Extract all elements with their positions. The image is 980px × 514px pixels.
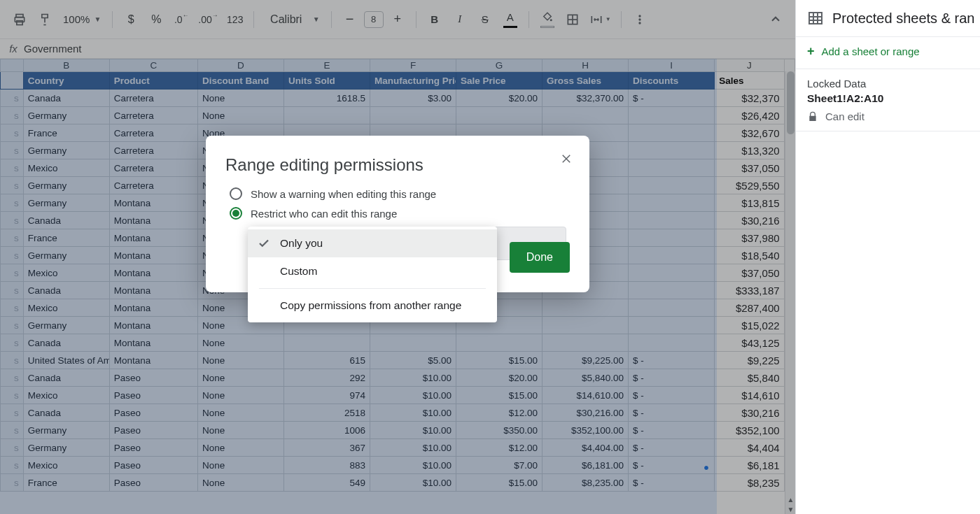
- panel-title: Protected sheets & ran: [796, 7, 980, 36]
- option-show-warning[interactable]: Show a warning when editing this range: [225, 187, 570, 200]
- close-button[interactable]: [560, 152, 573, 165]
- radio-checked-icon: [230, 207, 242, 220]
- menu-separator: [259, 288, 486, 289]
- dialog-title: Range editing permissions: [225, 155, 570, 175]
- protected-range-name: Locked Data: [807, 78, 969, 90]
- protected-sheets-panel: Protected sheets & ran + Add a sheet or …: [795, 0, 980, 514]
- radio-icon: [230, 187, 242, 200]
- menu-item-only-you[interactable]: Only you: [248, 229, 497, 257]
- permission-select-menu: Only you Custom Copy permissions from an…: [248, 227, 497, 322]
- option-restrict-editors[interactable]: Restrict who can edit this range: [225, 207, 570, 220]
- protected-range-item[interactable]: Locked Data Sheet1!A2:A10 Can edit: [796, 69, 980, 131]
- add-sheet-or-range-button[interactable]: + Add a sheet or range: [796, 36, 980, 69]
- modal-overlay[interactable]: Range editing permissions Show a warning…: [0, 0, 795, 514]
- svg-rect-10: [809, 13, 822, 24]
- protected-range-ref: Sheet1!A2:A10: [807, 92, 969, 105]
- lock-icon: [807, 111, 818, 122]
- range-permissions-dialog: Range editing permissions Show a warning…: [206, 136, 589, 292]
- menu-item-copy-permissions[interactable]: Copy permissions from another range: [248, 292, 497, 320]
- sheets-icon: [807, 10, 824, 27]
- done-button[interactable]: Done: [510, 242, 570, 273]
- protected-range-permission: Can edit: [807, 110, 969, 122]
- plus-icon: +: [807, 44, 815, 59]
- menu-item-custom[interactable]: Custom: [248, 257, 497, 285]
- check-icon: [258, 237, 270, 250]
